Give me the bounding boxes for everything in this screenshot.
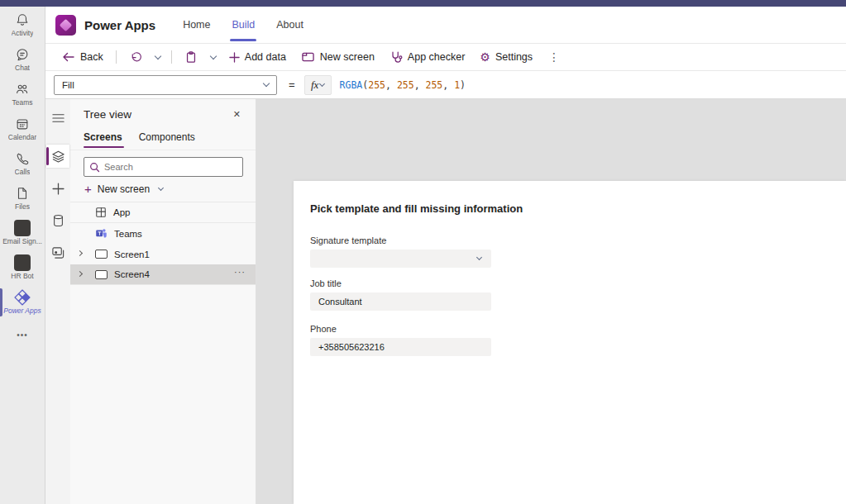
tab-screens[interactable]: Screens	[84, 126, 124, 150]
main-area: Power Apps Home Build About Back	[45, 7, 846, 504]
app-checker-button[interactable]: App checker	[384, 47, 471, 67]
formula-token: ,	[442, 79, 454, 91]
tree-item-screen4[interactable]: Screen4 ···	[70, 264, 256, 285]
tree-search-box[interactable]	[84, 157, 243, 177]
job-title-input[interactable]: Consultant	[310, 292, 491, 311]
divider	[116, 50, 117, 64]
formula-token: )	[460, 79, 466, 91]
paste-dropdown-chevron[interactable]	[207, 53, 220, 62]
sidebar-item-calendar[interactable]: Calendar	[0, 111, 45, 145]
sidebar-item-teams[interactable]: Teams	[0, 76, 45, 111]
formula-function: RGBA	[340, 79, 363, 91]
tree-item-label: App	[113, 207, 130, 217]
new-screen-menu-button[interactable]: + New screen	[70, 177, 256, 202]
screen-icon	[95, 270, 108, 279]
field-label-signature-template: Signature template	[310, 235, 846, 245]
settings-label: Settings	[495, 51, 533, 63]
toolbar-more-icon[interactable]: ⋮	[542, 50, 566, 64]
sidebar-item-activity[interactable]: Activity	[0, 7, 45, 41]
sidebar-item-email-signature[interactable]: Email Sign...	[0, 215, 45, 250]
tree-view-rail-button[interactable]	[46, 145, 69, 168]
media-rail-button[interactable]	[46, 241, 69, 264]
plus-icon	[229, 52, 240, 63]
plus-icon	[52, 183, 65, 195]
tab-components[interactable]: Components	[139, 126, 197, 150]
gear-icon: ⚙	[480, 51, 490, 63]
signature-template-dropdown[interactable]	[310, 250, 491, 268]
rail-label: Power Apps	[3, 307, 41, 315]
new-screen-label: New screen	[320, 51, 375, 63]
add-data-button[interactable]: Add data	[223, 48, 292, 66]
item-more-icon[interactable]: ···	[234, 267, 246, 277]
phone-input[interactable]: +358505623216	[310, 338, 491, 356]
app-title: Power Apps	[84, 18, 155, 32]
tree-item-app[interactable]: App	[70, 202, 256, 223]
undo-button[interactable]	[123, 48, 148, 67]
add-data-label: Add data	[245, 51, 286, 63]
studio-toolbar: Back Add data New screen App chec	[45, 44, 846, 71]
paste-button[interactable]	[179, 47, 203, 67]
divider	[171, 50, 172, 64]
search-input[interactable]	[104, 162, 237, 172]
property-selector-value: Fill	[62, 80, 74, 90]
rail-label: Activity	[12, 29, 34, 37]
tab-home[interactable]: Home	[172, 7, 221, 44]
rail-more-apps-icon[interactable]: •••	[17, 330, 28, 340]
search-icon	[89, 162, 100, 173]
input-value: +358505623216	[318, 342, 385, 352]
undo-dropdown-chevron[interactable]	[151, 53, 165, 62]
clipboard-icon	[184, 50, 198, 64]
chevron-down-icon	[263, 80, 270, 87]
power-apps-header: Power Apps Home Build About	[45, 7, 846, 44]
tree-item-screen1[interactable]: Screen1	[70, 244, 256, 264]
header-tabs: Home Build About	[172, 7, 314, 44]
back-label: Back	[80, 51, 103, 63]
fx-icon: fx	[311, 78, 318, 92]
rail-label: Calendar	[8, 133, 37, 141]
hamburger-icon	[51, 112, 65, 124]
sidebar-item-chat[interactable]: Chat	[0, 41, 45, 76]
formula-number: 255	[368, 79, 385, 91]
screen-icon	[95, 250, 108, 259]
power-apps-logo	[55, 15, 76, 36]
back-button[interactable]: Back	[56, 48, 109, 66]
tree-item-label: Screen1	[114, 250, 150, 259]
app-tile-icon	[14, 220, 31, 236]
chevron-right-icon[interactable]	[77, 271, 83, 277]
media-icon	[51, 246, 65, 259]
tree-view-header: Tree view ✕	[70, 99, 256, 125]
settings-button[interactable]: ⚙ Settings	[474, 48, 538, 66]
canvas-area: Pick template and fill missing informati…	[256, 99, 846, 504]
close-icon[interactable]: ✕	[230, 107, 244, 121]
formula-number: 255	[426, 79, 443, 91]
people-icon	[14, 81, 31, 97]
file-icon	[14, 185, 31, 202]
sidebar-item-hr-bot[interactable]: HR Bot	[0, 250, 45, 284]
tree-item-teams[interactable]: Teams	[70, 223, 256, 244]
teams-logo-icon	[95, 227, 108, 240]
chat-icon	[14, 46, 31, 63]
sidebar-item-power-apps[interactable]: Power Apps	[0, 284, 45, 319]
tree-item-label: Teams	[114, 229, 142, 239]
power-apps-icon	[14, 289, 31, 306]
collapse-menu-button[interactable]	[46, 107, 69, 130]
formula-bar: Fill = fx RGBA(255, 255, 255, 1)	[45, 71, 846, 99]
insert-rail-button[interactable]	[46, 177, 69, 200]
formula-input[interactable]: RGBA(255, 255, 255, 1)	[340, 79, 846, 91]
app-tile-icon	[14, 254, 31, 271]
property-selector[interactable]: Fill	[54, 75, 277, 95]
form-heading: Pick template and fill missing informati…	[310, 202, 846, 215]
sidebar-item-calls[interactable]: Calls	[0, 145, 45, 180]
app-screen[interactable]: Pick template and fill missing informati…	[294, 181, 846, 504]
fx-dropdown[interactable]: fx	[304, 75, 332, 95]
rail-label: HR Bot	[11, 272, 33, 280]
new-screen-button[interactable]: New screen	[295, 48, 380, 66]
sidebar-item-files[interactable]: Files	[0, 180, 45, 215]
tree-items: App Teams Screen1	[70, 202, 256, 504]
panel-title: Tree view	[84, 108, 131, 121]
tab-about[interactable]: About	[265, 7, 314, 44]
chevron-right-icon[interactable]	[77, 250, 83, 256]
power-apps-studio-window: Activity Chat Teams Calendar Calls	[0, 0, 846, 504]
data-rail-button[interactable]	[46, 209, 69, 232]
tab-build[interactable]: Build	[221, 7, 265, 44]
